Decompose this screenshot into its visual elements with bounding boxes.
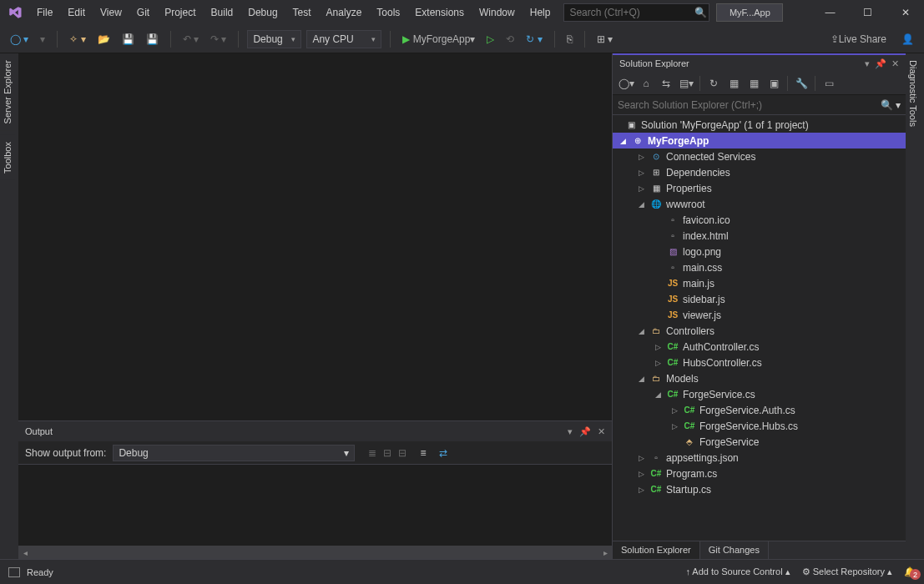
solution-explorer-search[interactable]: 🔍 ▾: [613, 95, 906, 115]
se-showall-button[interactable]: ▦: [745, 75, 762, 92]
file-viewerjs[interactable]: JSviewer.js: [613, 307, 906, 323]
output-find-button[interactable]: ≣: [368, 447, 376, 459]
output-wrap-button[interactable]: ≡: [420, 447, 426, 459]
save-all-button[interactable]: 💾: [143, 30, 162, 48]
se-search-input[interactable]: [618, 99, 881, 111]
output-source-combo[interactable]: Debug▾: [113, 445, 355, 461]
wwwroot-node[interactable]: ◢🌐wwwroot: [613, 196, 906, 212]
menu-git[interactable]: Git: [130, 3, 156, 22]
diagnostic-tools-tab[interactable]: Diagnostic Tools: [906, 53, 921, 133]
file-maincss[interactable]: ▫main.css: [613, 259, 906, 275]
menu-help[interactable]: Help: [523, 3, 558, 22]
tab-git-changes[interactable]: Git Changes: [700, 541, 769, 559]
file-logo[interactable]: ▨logo.png: [613, 244, 906, 259]
se-filter-button[interactable]: ▦: [725, 75, 742, 92]
se-pending-button[interactable]: ▤▾: [678, 75, 694, 92]
se-preview-button[interactable]: ▭: [820, 75, 837, 92]
output-clear-button[interactable]: ⊟: [383, 447, 391, 459]
output-close-icon[interactable]: ✕: [598, 426, 605, 437]
output-clear2-button[interactable]: ⊟: [398, 447, 406, 459]
solution-node[interactable]: ▣Solution 'MyForgeApp' (1 of 1 project): [613, 117, 906, 133]
close-button[interactable]: ✕: [886, 0, 924, 25]
bottom-tabs: Solution Explorer Git Changes: [613, 541, 906, 559]
menu-test[interactable]: Test: [286, 3, 318, 22]
hot-reload-button[interactable]: ⟲: [502, 30, 518, 48]
se-collapse-button[interactable]: ▣: [765, 75, 782, 92]
notifications-button[interactable]: 🔔2: [904, 566, 916, 577]
file-sidebarjs[interactable]: JSsidebar.js: [613, 291, 906, 307]
feedback-button[interactable]: 👤: [898, 30, 917, 48]
start-without-debug-button[interactable]: ▷: [483, 30, 497, 48]
output-scrollbar[interactable]: ◂▸: [18, 546, 612, 559]
file-forgeservice[interactable]: ◢C#ForgeService.cs: [613, 386, 906, 402]
menu-debug[interactable]: Debug: [241, 3, 284, 22]
se-switch-views-button[interactable]: ⇆: [658, 75, 674, 92]
file-indexhtml[interactable]: ▫index.html: [613, 228, 906, 244]
open-file-button[interactable]: 📂: [94, 30, 114, 48]
separator: [57, 31, 58, 48]
new-project-button[interactable]: ✧ ▾: [66, 30, 88, 48]
file-forgeservice-auth[interactable]: ▷C#ForgeService.Auth.cs: [613, 402, 906, 418]
file-forgeservice-hubs[interactable]: ▷C#ForgeService.Hubs.cs: [613, 418, 906, 434]
file-favicon[interactable]: ▫favicon.ico: [613, 212, 906, 228]
file-startup[interactable]: ▷C#Startup.cs: [613, 481, 906, 497]
output-pin-icon[interactable]: 📌: [579, 426, 591, 437]
solution-tree: ▣Solution 'MyForgeApp' (1 of 1 project) …: [613, 115, 906, 541]
status-ready: Ready: [27, 567, 53, 577]
se-close-icon[interactable]: ✕: [891, 58, 899, 69]
restart-button[interactable]: ↻ ▾: [523, 30, 545, 48]
misc-button[interactable]: ⊞ ▾: [593, 30, 616, 48]
file-program[interactable]: ▷C#Program.cs: [613, 466, 906, 481]
menu-extensions[interactable]: Extensions: [408, 3, 471, 22]
menu-edit[interactable]: Edit: [61, 3, 92, 22]
server-explorer-tab[interactable]: Server Explorer: [0, 53, 15, 130]
menu-project[interactable]: Project: [158, 3, 202, 22]
nav-fwd-button[interactable]: ▾: [37, 30, 48, 48]
file-appsettings[interactable]: ▷▫appsettings.json: [613, 450, 906, 466]
select-repository[interactable]: ⚙ Select Repository ▴: [802, 566, 892, 577]
se-back-button[interactable]: ◯▾: [618, 75, 634, 92]
search-input[interactable]: [569, 7, 694, 18]
dependencies-node[interactable]: ▷⊞Dependencies: [613, 164, 906, 180]
menu-build[interactable]: Build: [204, 3, 240, 22]
nav-back-button[interactable]: ◯ ▾: [7, 30, 32, 48]
se-dropdown-icon[interactable]: ▾: [865, 58, 870, 69]
file-mainjs[interactable]: JSmain.js: [613, 275, 906, 291]
live-share-button[interactable]: ⇪ Live Share: [827, 30, 890, 48]
file-authcontroller[interactable]: ▷C#AuthController.cs: [613, 339, 906, 355]
output-toggle-button[interactable]: ⇄: [439, 447, 447, 459]
solution-name-slot[interactable]: MyF...App: [716, 3, 783, 22]
minimize-button[interactable]: —: [811, 0, 849, 25]
tab-solution-explorer[interactable]: Solution Explorer: [613, 541, 700, 559]
browser-link-button[interactable]: ⎘: [563, 30, 576, 48]
models-node[interactable]: ◢🗀Models: [613, 370, 906, 386]
menu-tools[interactable]: Tools: [370, 3, 406, 22]
redo-button[interactable]: ↷ ▾: [207, 30, 230, 48]
menu-file[interactable]: File: [30, 3, 59, 22]
save-button[interactable]: 💾: [119, 30, 138, 48]
quick-launch-search[interactable]: 🔍: [563, 3, 709, 22]
class-forgeservice[interactable]: ⬘ForgeService: [613, 434, 906, 450]
se-pin-icon[interactable]: 📌: [875, 58, 886, 69]
search-icon: 🔍 ▾: [881, 99, 901, 111]
connected-services-node[interactable]: ▷⊙Connected Services: [613, 149, 906, 164]
project-node[interactable]: ◢⊕MyForgeApp: [613, 133, 906, 149]
start-debugging-button[interactable]: ▶ MyForgeApp ▾: [399, 30, 478, 48]
output-dropdown-icon[interactable]: ▾: [568, 426, 573, 437]
solution-platform-combo[interactable]: Any CPU▾: [306, 30, 381, 48]
undo-button[interactable]: ↶ ▾: [179, 30, 202, 48]
menu-view[interactable]: View: [93, 3, 129, 22]
toolbox-tab[interactable]: Toolbox: [0, 135, 15, 180]
se-properties-button[interactable]: 🔧: [793, 75, 810, 92]
controllers-node[interactable]: ◢🗀Controllers: [613, 323, 906, 339]
menu-analyze[interactable]: Analyze: [320, 3, 369, 22]
solution-config-combo[interactable]: Debug▾: [247, 30, 301, 48]
se-home-button[interactable]: ⌂: [638, 75, 654, 92]
se-sync-button[interactable]: ↻: [705, 75, 722, 92]
main-menu: File Edit View Git Project Build Debug T…: [30, 3, 557, 22]
add-to-source-control[interactable]: ↑ Add to Source Control ▴: [685, 566, 790, 577]
menu-window[interactable]: Window: [472, 3, 522, 22]
properties-node[interactable]: ▷▦Properties: [613, 180, 906, 196]
file-hubscontroller[interactable]: ▷C#HubsController.cs: [613, 355, 906, 370]
maximize-button[interactable]: ☐: [849, 0, 886, 25]
